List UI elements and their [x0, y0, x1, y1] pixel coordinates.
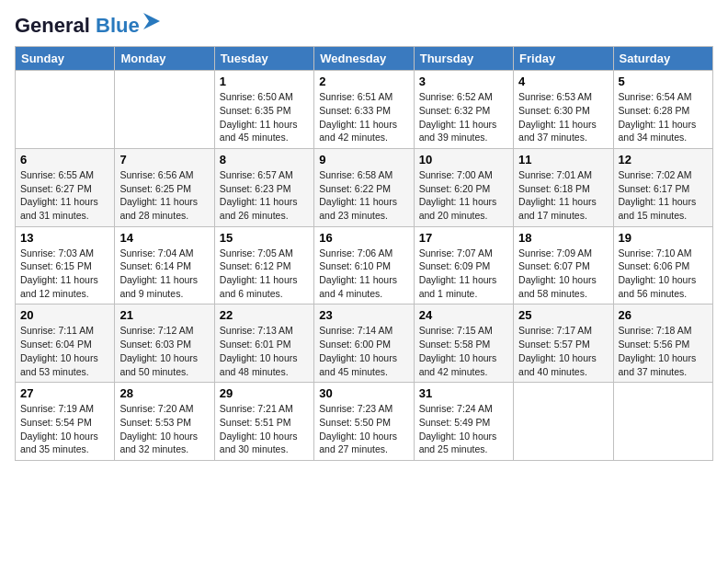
day-number: 5	[619, 75, 708, 88]
calendar-cell: 6Sunrise: 6:55 AM Sunset: 6:27 PM Daylig…	[16, 148, 115, 226]
day-number: 7	[119, 153, 209, 167]
calendar-cell: 30Sunrise: 7:23 AM Sunset: 5:50 PM Dayli…	[314, 383, 414, 461]
col-header-saturday: Saturday	[613, 47, 712, 71]
calendar-cell: 11Sunrise: 7:01 AM Sunset: 6:18 PM Dayli…	[514, 148, 613, 226]
day-info: Sunrise: 7:23 AM Sunset: 5:50 PM Dayligh…	[319, 402, 408, 456]
col-header-friday: Friday	[514, 47, 613, 71]
day-number: 2	[319, 75, 408, 88]
day-number: 18	[518, 231, 608, 245]
day-number: 4	[518, 75, 608, 88]
calendar-cell: 2Sunrise: 6:51 AM Sunset: 6:33 PM Daylig…	[314, 71, 414, 149]
day-number: 10	[419, 153, 508, 167]
calendar-cell: 16Sunrise: 7:06 AM Sunset: 6:10 PM Dayli…	[314, 226, 414, 304]
day-number: 28	[119, 386, 209, 400]
day-number: 25	[518, 308, 608, 322]
calendar-cell: 1Sunrise: 6:50 AM Sunset: 6:35 PM Daylig…	[214, 71, 313, 149]
calendar-cell: 13Sunrise: 7:03 AM Sunset: 6:15 PM Dayli…	[16, 226, 115, 304]
calendar-cell	[613, 383, 712, 461]
day-info: Sunrise: 7:19 AM Sunset: 5:54 PM Dayligh…	[20, 402, 109, 456]
calendar-cell: 14Sunrise: 7:04 AM Sunset: 6:14 PM Dayli…	[115, 226, 214, 304]
day-number: 26	[619, 308, 708, 322]
day-number: 1	[220, 75, 309, 88]
calendar-week-row: 20Sunrise: 7:11 AM Sunset: 6:04 PM Dayli…	[16, 304, 713, 383]
day-info: Sunrise: 7:06 AM Sunset: 6:10 PM Dayligh…	[319, 247, 408, 301]
calendar-cell: 26Sunrise: 7:18 AM Sunset: 5:56 PM Dayli…	[613, 304, 712, 383]
day-info: Sunrise: 6:51 AM Sunset: 6:33 PM Dayligh…	[319, 90, 408, 144]
calendar-cell	[16, 71, 115, 149]
day-number: 30	[319, 386, 408, 400]
day-number: 11	[518, 153, 608, 167]
calendar-cell: 4Sunrise: 6:53 AM Sunset: 6:30 PM Daylig…	[514, 71, 613, 149]
calendar-cell: 20Sunrise: 7:11 AM Sunset: 6:04 PM Dayli…	[16, 304, 115, 383]
day-number: 13	[20, 231, 109, 245]
calendar-cell: 29Sunrise: 7:21 AM Sunset: 5:51 PM Dayli…	[214, 383, 313, 461]
calendar-table: SundayMondayTuesdayWednesdayThursdayFrid…	[15, 46, 713, 461]
day-info: Sunrise: 7:02 AM Sunset: 6:17 PM Dayligh…	[619, 168, 708, 223]
col-header-tuesday: Tuesday	[214, 47, 313, 71]
day-info: Sunrise: 7:11 AM Sunset: 6:04 PM Dayligh…	[20, 324, 109, 378]
calendar-cell: 17Sunrise: 7:07 AM Sunset: 6:09 PM Dayli…	[414, 226, 513, 304]
day-number: 31	[419, 386, 508, 400]
calendar-cell: 5Sunrise: 6:54 AM Sunset: 6:28 PM Daylig…	[613, 71, 712, 149]
calendar-cell: 27Sunrise: 7:19 AM Sunset: 5:54 PM Dayli…	[16, 383, 115, 461]
day-info: Sunrise: 7:10 AM Sunset: 6:06 PM Dayligh…	[619, 247, 708, 301]
day-info: Sunrise: 7:03 AM Sunset: 6:15 PM Dayligh…	[20, 247, 109, 301]
day-info: Sunrise: 7:00 AM Sunset: 6:20 PM Dayligh…	[419, 168, 508, 223]
day-number: 27	[20, 386, 109, 400]
calendar-cell: 21Sunrise: 7:12 AM Sunset: 6:03 PM Dayli…	[115, 304, 214, 383]
day-info: Sunrise: 7:15 AM Sunset: 5:58 PM Dayligh…	[419, 324, 508, 378]
calendar-cell: 19Sunrise: 7:10 AM Sunset: 6:06 PM Dayli…	[613, 226, 712, 304]
day-info: Sunrise: 6:55 AM Sunset: 6:27 PM Dayligh…	[20, 168, 109, 223]
day-info: Sunrise: 6:53 AM Sunset: 6:30 PM Dayligh…	[518, 90, 608, 144]
day-info: Sunrise: 6:54 AM Sunset: 6:28 PM Dayligh…	[619, 90, 708, 144]
calendar-cell: 28Sunrise: 7:20 AM Sunset: 5:53 PM Dayli…	[115, 383, 214, 461]
day-number: 29	[220, 386, 309, 400]
col-header-sunday: Sunday	[16, 47, 115, 71]
calendar-cell: 23Sunrise: 7:14 AM Sunset: 6:00 PM Dayli…	[314, 304, 414, 383]
day-info: Sunrise: 6:56 AM Sunset: 6:25 PM Dayligh…	[119, 168, 209, 223]
calendar-week-row: 13Sunrise: 7:03 AM Sunset: 6:15 PM Dayli…	[16, 226, 713, 304]
calendar-cell: 10Sunrise: 7:00 AM Sunset: 6:20 PM Dayli…	[414, 148, 513, 226]
day-info: Sunrise: 6:52 AM Sunset: 6:32 PM Dayligh…	[419, 90, 508, 144]
day-number: 22	[220, 308, 309, 322]
day-number: 15	[220, 231, 309, 245]
calendar-cell: 12Sunrise: 7:02 AM Sunset: 6:17 PM Dayli…	[613, 148, 712, 226]
day-info: Sunrise: 6:57 AM Sunset: 6:23 PM Dayligh…	[220, 168, 309, 223]
day-info: Sunrise: 7:21 AM Sunset: 5:51 PM Dayligh…	[220, 402, 309, 456]
calendar-cell: 8Sunrise: 6:57 AM Sunset: 6:23 PM Daylig…	[214, 148, 313, 226]
day-info: Sunrise: 7:12 AM Sunset: 6:03 PM Dayligh…	[119, 324, 209, 378]
calendar-cell: 18Sunrise: 7:09 AM Sunset: 6:07 PM Dayli…	[514, 226, 613, 304]
day-number: 24	[419, 308, 508, 322]
day-info: Sunrise: 7:20 AM Sunset: 5:53 PM Dayligh…	[119, 402, 209, 456]
day-info: Sunrise: 6:58 AM Sunset: 6:22 PM Dayligh…	[319, 168, 408, 223]
day-info: Sunrise: 7:07 AM Sunset: 6:09 PM Dayligh…	[419, 247, 508, 301]
day-info: Sunrise: 7:13 AM Sunset: 6:01 PM Dayligh…	[220, 324, 309, 378]
day-number: 21	[119, 308, 209, 322]
calendar-cell: 24Sunrise: 7:15 AM Sunset: 5:58 PM Dayli…	[414, 304, 513, 383]
logo: General Blue	[15, 15, 162, 37]
calendar-cell: 31Sunrise: 7:24 AM Sunset: 5:49 PM Dayli…	[414, 383, 513, 461]
svg-marker-0	[143, 13, 160, 29]
day-number: 17	[419, 231, 508, 245]
day-info: Sunrise: 6:50 AM Sunset: 6:35 PM Dayligh…	[220, 90, 309, 144]
day-info: Sunrise: 7:24 AM Sunset: 5:49 PM Dayligh…	[419, 402, 508, 456]
day-number: 8	[220, 153, 309, 167]
logo-icon	[142, 11, 162, 31]
day-info: Sunrise: 7:04 AM Sunset: 6:14 PM Dayligh…	[119, 247, 209, 301]
day-info: Sunrise: 7:01 AM Sunset: 6:18 PM Dayligh…	[518, 168, 608, 223]
day-info: Sunrise: 7:17 AM Sunset: 5:57 PM Dayligh…	[518, 324, 608, 378]
col-header-thursday: Thursday	[414, 47, 513, 71]
calendar-cell: 15Sunrise: 7:05 AM Sunset: 6:12 PM Dayli…	[214, 226, 313, 304]
col-header-monday: Monday	[115, 47, 214, 71]
calendar-week-row: 1Sunrise: 6:50 AM Sunset: 6:35 PM Daylig…	[16, 71, 713, 149]
calendar-cell: 9Sunrise: 6:58 AM Sunset: 6:22 PM Daylig…	[314, 148, 414, 226]
calendar-cell: 7Sunrise: 6:56 AM Sunset: 6:25 PM Daylig…	[115, 148, 214, 226]
day-info: Sunrise: 7:05 AM Sunset: 6:12 PM Dayligh…	[220, 247, 309, 301]
page-header: General Blue	[15, 15, 713, 37]
calendar-cell: 3Sunrise: 6:52 AM Sunset: 6:32 PM Daylig…	[414, 71, 513, 149]
calendar-week-row: 27Sunrise: 7:19 AM Sunset: 5:54 PM Dayli…	[16, 383, 713, 461]
day-number: 14	[119, 231, 209, 245]
day-number: 6	[20, 153, 109, 167]
day-info: Sunrise: 7:18 AM Sunset: 5:56 PM Dayligh…	[619, 324, 708, 378]
calendar-week-row: 6Sunrise: 6:55 AM Sunset: 6:27 PM Daylig…	[16, 148, 713, 226]
